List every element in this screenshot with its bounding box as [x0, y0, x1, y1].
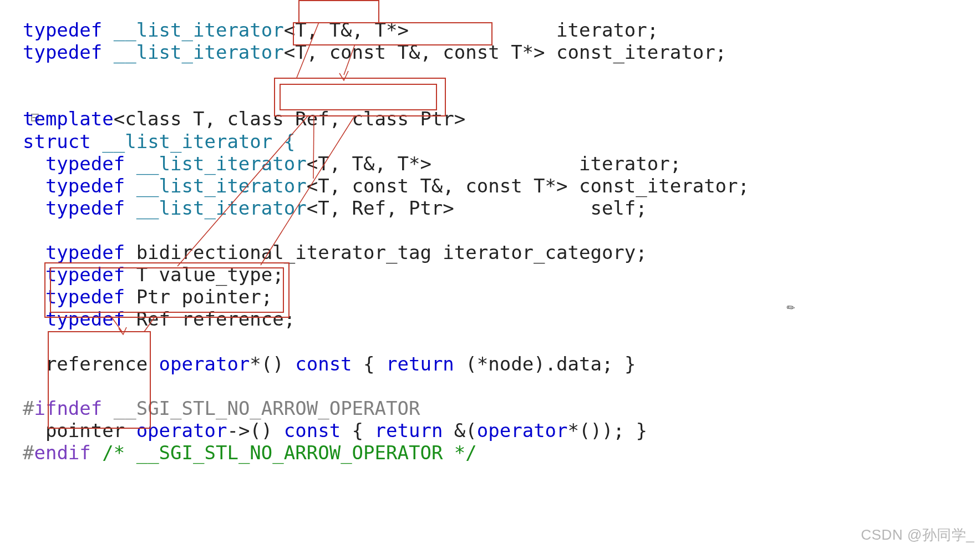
arrow: ->(): [227, 419, 283, 442]
alias-const-iterator: const_iterator;: [568, 175, 750, 197]
kw-const: const: [295, 353, 352, 375]
pp-endif: endif: [34, 442, 90, 464]
kw-template: template: [0, 108, 114, 130]
struct-name: __list_iterator {: [91, 130, 295, 153]
alias-iterator: iterator;: [431, 153, 681, 175]
kw-typedef: typedef: [0, 19, 102, 41]
ret-reference: reference: [0, 353, 159, 375]
code-block: typedef __list_iterator<T, T&, T*> itera…: [0, 19, 749, 464]
kw-typedef: typedef: [0, 41, 102, 63]
tparams: <T, T&, T*>: [307, 153, 431, 175]
pp-hash: #: [23, 442, 34, 464]
reference-typedef: Ref reference;: [125, 308, 295, 330]
pencil-icon: ✎: [784, 301, 799, 316]
alias-iterator: iterator;: [409, 19, 658, 41]
amp-open: &(: [443, 419, 476, 442]
star: *(): [250, 353, 295, 375]
kw-return: return: [386, 353, 454, 375]
pp-macro: __SGI_STL_NO_ARROW_OPERATOR: [102, 397, 420, 419]
kw-operator: operator: [159, 353, 250, 375]
brace: {: [341, 419, 374, 442]
kw-typedef: typedef: [0, 308, 125, 330]
kw-const: const: [284, 419, 341, 442]
body: (*node).data; }: [454, 353, 636, 375]
kw-typedef: typedef: [0, 175, 125, 197]
brace: {: [352, 353, 386, 375]
star-close: *()); }: [568, 419, 647, 442]
kw-struct: struct: [23, 130, 91, 153]
watermark-text: CSDN @孙同学_: [861, 526, 974, 544]
kw-operator: operator: [477, 419, 568, 442]
template-params: <class T, class Ref, class Ptr>: [114, 108, 466, 130]
pointer-typedef: Ptr pointer;: [125, 286, 272, 308]
type-list-iterator: __list_iterator: [125, 153, 307, 175]
code-screenshot: ⊟ typedef __list_iterator<T, T&, T*> ite…: [0, 0, 980, 548]
pp-hash: #: [23, 397, 34, 419]
kw-typedef: typedef: [0, 153, 125, 175]
type-list-iterator: __list_iterator: [102, 19, 284, 41]
type-list-iterator: __list_iterator: [125, 175, 307, 197]
ret-pointer: pointer: [0, 419, 136, 442]
iterator-category: bidirectional_iterator_tag iterator_cate…: [125, 241, 647, 263]
kw-typedef: typedef: [0, 263, 125, 286]
type-list-iterator: __list_iterator: [102, 41, 284, 63]
type-list-iterator: __list_iterator: [125, 197, 307, 219]
tparams-const: <T, const T&, const T*>: [284, 41, 545, 63]
pp-comment: /* __SGI_STL_NO_ARROW_OPERATOR */: [91, 442, 477, 464]
pp-ifndef: ifndef: [34, 397, 102, 419]
kw-typedef: typedef: [0, 241, 125, 263]
tparams: <T, T&, T*>: [284, 19, 409, 41]
kw-return: return: [375, 419, 443, 442]
kw-typedef: typedef: [0, 197, 125, 219]
kw-operator: operator: [136, 419, 227, 442]
alias-const-iterator: const_iterator;: [545, 41, 727, 63]
tparams-const: <T, const T&, const T*>: [307, 175, 568, 197]
tparams-self: <T, Ref, Ptr>: [307, 197, 454, 219]
kw-typedef: typedef: [0, 286, 125, 308]
value-type: T value_type;: [125, 263, 284, 286]
alias-self: self;: [454, 197, 647, 219]
